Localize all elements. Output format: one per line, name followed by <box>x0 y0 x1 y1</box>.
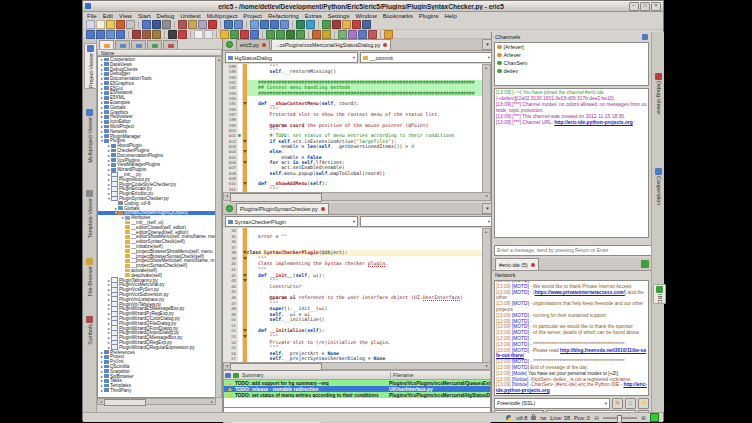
menu-multiproject[interactable]: Multiproject <box>207 13 238 19</box>
menu-edit[interactable]: Edit <box>103 13 113 19</box>
zoom-slider-handle[interactable] <box>617 415 622 423</box>
sidebar-tab-template-viewer[interactable]: Template-Viewer <box>84 189 95 238</box>
zoom-in-icon[interactable]: ⊕ <box>641 414 646 421</box>
menu-unittest[interactable]: Unittest <box>180 13 200 19</box>
task-filter-icon[interactable] <box>225 373 231 378</box>
scroll-right-arrow[interactable]: ▸ <box>209 399 215 404</box>
menu-project[interactable]: Project <box>243 13 262 19</box>
revert-icon[interactable] <box>162 20 171 29</box>
close-icon[interactable] <box>321 207 325 211</box>
zoom-in-icon[interactable] <box>296 20 305 29</box>
menu-file[interactable]: File <box>87 13 97 19</box>
class-combo[interactable]: HgStatusDialog ▾ <box>225 52 358 63</box>
debug-icon[interactable] <box>332 20 341 29</box>
class-combo[interactable]: SyntaxCheckerPlugin ▾ <box>225 216 358 227</box>
irc-channel-tab[interactable]: #eric-ide (5) <box>495 258 539 270</box>
minimize-button[interactable]: – <box>629 2 639 11</box>
profile-data-icon[interactable] <box>152 30 161 39</box>
sidebar-tab-multiproject-viewer[interactable]: Multiproject-Viewer <box>84 108 95 163</box>
syntax-check-icon[interactable] <box>132 30 141 39</box>
zoom-slider[interactable] <box>603 417 637 419</box>
whitespace-icon[interactable] <box>194 30 203 39</box>
scroll-up-arrow[interactable]: ▴ <box>483 229 489 362</box>
close-icon[interactable] <box>383 43 387 47</box>
breakpoint-icon[interactable] <box>312 30 321 39</box>
open-file-icon[interactable] <box>96 20 105 29</box>
start-project-icon[interactable] <box>220 30 229 39</box>
bookmark-clear-icon[interactable] <box>116 30 125 39</box>
close-icon[interactable] <box>262 43 266 47</box>
menu-plugins[interactable]: Plugins <box>419 13 439 19</box>
bookmark-prev-icon[interactable] <box>106 30 115 39</box>
redo-icon[interactable] <box>152 20 161 29</box>
cut-icon[interactable] <box>178 20 187 29</box>
tree-vertical-scrollbar[interactable]: ▴ ▾ <box>215 56 222 398</box>
scroll-up-arrow[interactable]: ▴ <box>216 57 222 397</box>
tree-horizontal-scrollbar[interactable]: ◂▸ <box>97 398 216 405</box>
prev-icon[interactable] <box>270 20 279 29</box>
debug-project-icon[interactable] <box>240 30 249 39</box>
eol-icon[interactable] <box>204 30 213 39</box>
add-task-icon[interactable] <box>233 373 239 378</box>
menu-help[interactable]: Help <box>444 13 456 19</box>
member-combo[interactable]: __commit ▾ <box>360 52 493 63</box>
tree-header[interactable]: Name <box>97 49 222 56</box>
editor-tab[interactable]: Plugins/PluginSyntaxChecker.py <box>236 203 329 214</box>
disconnect-button[interactable]: ⚡ <box>638 398 649 409</box>
undo-icon[interactable] <box>142 20 151 29</box>
zoom-out-icon[interactable] <box>306 20 315 29</box>
new-window-icon[interactable] <box>86 20 95 29</box>
scroll-right-arrow[interactable]: ▸ <box>484 363 490 369</box>
scroll-right-arrow[interactable]: ▸ <box>484 193 490 200</box>
maximize-button[interactable]: □ <box>640 2 650 11</box>
search-icon[interactable] <box>224 20 233 29</box>
report-bug-icon[interactable] <box>368 30 377 39</box>
close-icon[interactable] <box>531 263 535 267</box>
close-button[interactable]: × <box>651 2 661 11</box>
wizard-icon[interactable] <box>384 30 393 39</box>
editor-vertical-scrollbar[interactable]: ▴ ▾ <box>482 228 491 362</box>
print-icon[interactable] <box>116 20 125 29</box>
menu-settings[interactable]: Settings <box>328 13 350 19</box>
edit-network-button[interactable]: ✎ <box>612 398 623 409</box>
line-number[interactable]: 57 <box>223 356 238 362</box>
editor-tab[interactable]: ...csPlugins/vcsMercurial/HgStatusDialog… <box>271 39 391 50</box>
bookmark-icon[interactable] <box>86 30 95 39</box>
fold-margin[interactable] <box>243 356 247 362</box>
editor-vertical-scrollbar[interactable]: ▴ ▾ <box>482 64 491 192</box>
sidebar-tab-symbols[interactable]: Symbols <box>84 315 95 345</box>
menu-view[interactable]: View <box>119 13 132 19</box>
identities-button[interactable]: ☺ <box>625 398 636 409</box>
sidebar-tab-debug-viewer[interactable]: Debug-Viewer <box>653 72 664 115</box>
task-column-filename[interactable]: Filename <box>390 372 490 378</box>
pin-icon[interactable] <box>642 34 648 40</box>
sidebar-tab-irc[interactable]: IRC <box>653 284 666 304</box>
goto-icon[interactable] <box>250 20 259 29</box>
task-row[interactable]: TODO: set status of menu entries accordi… <box>224 392 490 398</box>
irc-user-row[interactable]: [Arfever] <box>495 43 648 51</box>
save-icon[interactable] <box>106 20 115 29</box>
task-row[interactable]: TODO: add support for hg summary --mqPlu… <box>224 380 490 386</box>
close-icon[interactable] <box>126 20 135 29</box>
member-combo[interactable]: ▾ <box>360 216 493 227</box>
editor-top-code[interactable]: ▴ ▾ 588 """589 self.__restoreMissing()59… <box>223 64 491 192</box>
message-link[interactable]: https://www.privateinternetaccess.com/ <box>535 290 625 295</box>
leave-channel-icon[interactable] <box>641 260 649 268</box>
continue-icon[interactable] <box>296 30 305 39</box>
profile-icon[interactable] <box>342 20 351 29</box>
fold-margin[interactable] <box>243 187 247 192</box>
tabnanny-icon[interactable] <box>142 30 151 39</box>
line-number[interactable]: 611 <box>223 187 238 192</box>
delete-icon[interactable] <box>208 20 217 29</box>
jump-icon[interactable] <box>280 20 289 29</box>
task-column-summary[interactable]: Summary <box>240 372 390 378</box>
step-out-icon[interactable] <box>286 30 295 39</box>
restart-icon[interactable] <box>250 30 259 39</box>
scroll-up-arrow[interactable]: ▴ <box>483 65 489 192</box>
editor-bottom-horizontal-scrollbar[interactable]: ◂▸ <box>223 362 491 370</box>
settings-icon[interactable] <box>362 20 371 29</box>
stop-icon[interactable] <box>352 20 361 29</box>
sidebar-tab-file-browser[interactable]: File-Browser <box>84 257 95 296</box>
copy-icon[interactable] <box>188 20 197 29</box>
irc-user-row[interactable]: detlev <box>495 67 648 75</box>
